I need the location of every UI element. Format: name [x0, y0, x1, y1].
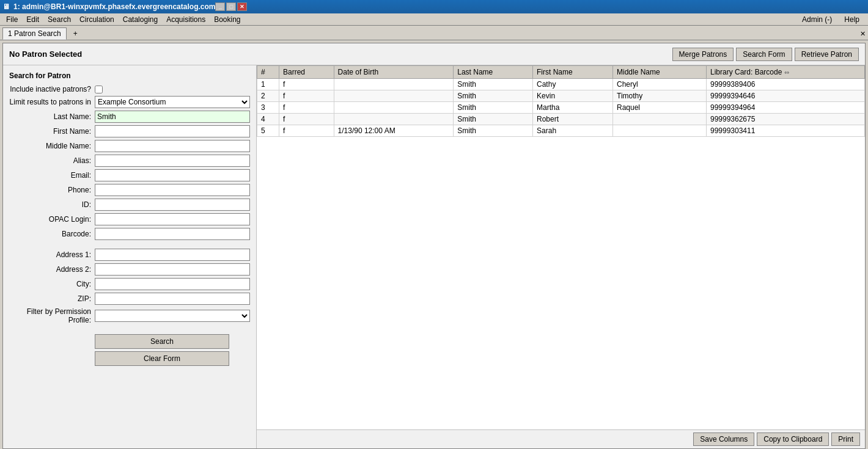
middle-name-label: Middle Name:: [9, 142, 95, 150]
address2-label: Address 2:: [9, 265, 95, 274]
merge-patrons-button[interactable]: Merge Patrons: [672, 48, 734, 61]
col-barcode[interactable]: Library Card: Barcode ⇔: [706, 66, 864, 79]
cell-middle: Raquel: [613, 102, 707, 114]
cell-first: Robert: [533, 114, 613, 125]
menu-file[interactable]: File: [2, 15, 21, 24]
zip-label: ZIP:: [9, 294, 95, 303]
email-row: Email:: [9, 169, 250, 181]
table-header-row: # Barred Date of Birth Last Name First N…: [257, 66, 865, 79]
limit-results-select[interactable]: Example Consortium: [95, 96, 250, 108]
zip-row: ZIP:: [9, 293, 250, 305]
menu-admin[interactable]: Admin (-): [798, 15, 836, 24]
cell-barred: f: [279, 90, 334, 102]
col-middlename[interactable]: Middle Name: [613, 66, 707, 79]
alias-row: Alias:: [9, 155, 250, 167]
middle-name-input[interactable]: [95, 140, 250, 152]
phone-input[interactable]: [95, 184, 250, 196]
cell-barred: f: [279, 79, 334, 90]
address1-label: Address 1:: [9, 250, 95, 259]
cell-first: Kevin: [533, 90, 613, 102]
zip-input[interactable]: [95, 293, 250, 305]
table-row[interactable]: 1fSmithCathyCheryl99999389406: [257, 79, 865, 90]
barcode-row: Barcode:: [9, 228, 250, 240]
cell-last: Smith: [454, 90, 533, 102]
cell-barcode: 99999389406: [706, 79, 864, 90]
email-input[interactable]: [95, 169, 250, 181]
cell-dob: [334, 102, 454, 114]
menu-edit[interactable]: Edit: [23, 15, 43, 24]
patron-status: No Patron Selected: [9, 49, 672, 59]
minimize-button[interactable]: _: [215, 2, 225, 11]
address1-input[interactable]: [95, 249, 250, 261]
id-input[interactable]: [95, 199, 250, 211]
cell-num: 3: [257, 102, 279, 114]
col-barred[interactable]: Barred: [279, 66, 334, 79]
first-name-input[interactable]: [95, 125, 250, 137]
menu-acquisitions[interactable]: Acquisitions: [163, 15, 209, 24]
title-text: 1: admin@BR1-winxpvmfx.phasefx.evergreen…: [13, 2, 215, 11]
search-button[interactable]: Search: [95, 334, 229, 349]
cell-dob: [334, 114, 454, 125]
cell-last: Smith: [454, 114, 533, 125]
cell-num: 1: [257, 79, 279, 90]
cell-last: Smith: [454, 102, 533, 114]
table-row[interactable]: 2fSmithKevinTimothy99999394646: [257, 90, 865, 102]
address2-input[interactable]: [95, 263, 250, 276]
opac-login-label: OPAC Login:: [9, 215, 95, 224]
cell-num: 2: [257, 90, 279, 102]
save-columns-button[interactable]: Save Columns: [693, 433, 754, 446]
col-firstname[interactable]: First Name: [533, 66, 613, 79]
menu-circulation[interactable]: Circulation: [76, 15, 118, 24]
clear-form-button[interactable]: Clear Form: [95, 351, 229, 366]
barcode-input[interactable]: [95, 228, 250, 240]
menu-search[interactable]: Search: [44, 15, 75, 24]
menu-bar: File Edit Search Circulation Cataloging …: [0, 13, 868, 26]
menu-booking[interactable]: Booking: [210, 15, 244, 24]
retrieve-patron-button[interactable]: Retrieve Patron: [795, 48, 859, 61]
phone-label: Phone:: [9, 186, 95, 194]
col-dob[interactable]: Date of Birth: [334, 66, 454, 79]
city-input[interactable]: [95, 278, 250, 290]
tab-patron-search[interactable]: 1 Patron Search: [2, 27, 67, 40]
alias-label: Alias:: [9, 156, 95, 165]
cell-middle: [613, 125, 707, 137]
print-button[interactable]: Print: [831, 433, 860, 446]
menu-cataloging[interactable]: Cataloging: [119, 15, 161, 24]
table-row[interactable]: 3fSmithMarthaRaquel99999394964: [257, 102, 865, 114]
filter-row: Filter by Permission Profile:: [9, 307, 250, 324]
table-row[interactable]: 4fSmithRobert99999362675: [257, 114, 865, 125]
col-num[interactable]: #: [257, 66, 279, 79]
cell-barcode: 99999362675: [706, 114, 864, 125]
title-bar-controls: _ □ ✕: [215, 2, 247, 11]
cell-num: 4: [257, 114, 279, 125]
results-table-container[interactable]: # Barred Date of Birth Last Name First N…: [257, 65, 865, 429]
table-row[interactable]: 5f1/13/90 12:00 AMSmithSarah99999303411: [257, 125, 865, 137]
app-icon: 🖥: [2, 2, 10, 11]
cell-first: Martha: [533, 102, 613, 114]
search-panel-title: Search for Patron: [9, 71, 250, 80]
close-button[interactable]: ✕: [237, 2, 247, 11]
tab-bar: 1 Patron Search + ✕: [0, 26, 868, 40]
barcode-label: Barcode:: [9, 230, 95, 238]
col-resize-icon: ⇔: [784, 69, 789, 76]
search-buttons: Search Clear Form: [9, 334, 250, 366]
maximize-button[interactable]: □: [226, 2, 236, 11]
address2-row: Address 2:: [9, 263, 250, 276]
col-lastname[interactable]: Last Name: [454, 66, 533, 79]
cell-middle: [613, 114, 707, 125]
menu-help[interactable]: Help: [840, 15, 863, 24]
limit-results-label: Limit results to patrons in: [9, 98, 95, 106]
opac-login-input[interactable]: [95, 213, 250, 225]
include-inactive-checkbox[interactable]: [95, 86, 103, 93]
last-name-input[interactable]: [95, 111, 250, 123]
results-tbody: 1fSmithCathyCheryl999993894062fSmithKevi…: [257, 79, 865, 137]
copy-to-clipboard-button[interactable]: Copy to Clipboard: [757, 433, 829, 446]
id-label: ID:: [9, 200, 95, 209]
first-name-row: First Name:: [9, 125, 250, 137]
tab-add-button[interactable]: +: [68, 27, 83, 40]
filter-select[interactable]: [95, 310, 250, 322]
alias-input[interactable]: [95, 155, 250, 167]
tab-bar-close-icon[interactable]: ✕: [860, 30, 866, 38]
cell-barred: f: [279, 102, 334, 114]
search-form-button[interactable]: Search Form: [736, 48, 792, 61]
